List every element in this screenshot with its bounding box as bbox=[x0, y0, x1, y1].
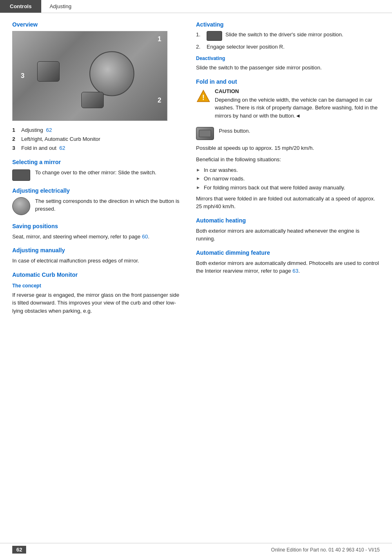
switch-icon bbox=[12, 169, 30, 181]
graphic-label-2: 2 bbox=[158, 97, 161, 104]
auto-dimming-text-before: Both exterior mirrors are automatically … bbox=[196, 260, 379, 274]
bullet-text-2: On narrow roads. bbox=[204, 175, 245, 182]
item-number-3: 3 bbox=[12, 145, 19, 152]
item-number-1: 1 bbox=[12, 127, 19, 134]
ordered-item-2: 2. Engage selector lever position R. bbox=[196, 43, 380, 51]
link-60[interactable]: 60 bbox=[142, 234, 148, 240]
bullet-arrow-icon: ► bbox=[196, 185, 200, 191]
list-item: ► On narrow roads. bbox=[196, 175, 380, 182]
auto-dimming-text: Both exterior mirrors are automatically … bbox=[196, 259, 380, 275]
graphic-label-1: 1 bbox=[158, 36, 161, 43]
right-column: Activating 1. Slide the switch to the dr… bbox=[196, 21, 380, 318]
page-number: 62 bbox=[12, 546, 26, 554]
auto-heating-title: Automatic heating bbox=[196, 217, 380, 224]
deactivating-title: Deactivating bbox=[196, 56, 380, 61]
adjusting-manually-title: Adjusting manually bbox=[12, 247, 184, 254]
saving-positions-text-before: Seat, mirror, and steering wheel memory,… bbox=[12, 234, 142, 240]
selecting-mirror-text: To change over to the other mirror: Slid… bbox=[35, 169, 156, 177]
step1-switch-icon bbox=[207, 31, 222, 41]
overview-image: 1 2 3 bbox=[12, 31, 167, 121]
press-button-text: Press button. bbox=[219, 127, 250, 135]
deactivating-text: Slide the switch to the passenger side m… bbox=[196, 64, 380, 72]
left-button-graphic bbox=[37, 61, 60, 82]
step1-text: Slide the switch to the driver's side mi… bbox=[225, 31, 343, 38]
auto-dimming-title: Automatic dimming feature bbox=[196, 249, 380, 256]
overview-numbered-list: 1 Adjusting 62 2 Left/right, Automatic C… bbox=[12, 127, 184, 152]
adjusting-manually-text: In case of electrical malfunction press … bbox=[12, 257, 184, 265]
item-text-3: Fold in and out 62 bbox=[21, 145, 65, 152]
speeds-text: Possible at speeds up to approx. 15 mph/… bbox=[196, 144, 380, 152]
caution-triangle-icon: ! bbox=[196, 89, 211, 104]
overview-title: Overview bbox=[12, 21, 184, 28]
beneficial-text: Beneficial in the following situations: bbox=[196, 156, 380, 164]
the-concept-text: If reverse gear is engaged, the mirror g… bbox=[12, 291, 184, 315]
caution-box: ! CAUTION Depending on the vehicle width… bbox=[196, 88, 380, 123]
item-number-2: 2 bbox=[12, 136, 19, 143]
item-text-1: Adjusting 62 bbox=[21, 127, 52, 134]
fold-title: Fold in and out bbox=[196, 78, 380, 85]
list-item: 2 Left/right, Automatic Curb Monitor bbox=[12, 136, 184, 143]
step-num-2: 2. bbox=[196, 43, 203, 51]
automatic-curb-title: Automatic Curb Monitor bbox=[12, 271, 184, 278]
activating-steps: 1. Slide the switch to the driver's side… bbox=[196, 31, 380, 51]
bullet-arrow-icon: ► bbox=[196, 176, 200, 182]
bullet-text-3: For folding mirrors back out that were f… bbox=[204, 184, 345, 191]
fold-button-icon bbox=[196, 127, 214, 140]
caution-title: CAUTION bbox=[215, 88, 380, 94]
header-adjusting-tab: Adjusting bbox=[41, 0, 79, 13]
joystick-icon bbox=[12, 197, 30, 215]
adjusting-electrically-text: The setting corresponds to the direction… bbox=[35, 197, 184, 213]
header-controls-tab: Controls bbox=[0, 0, 41, 13]
activating-title: Activating bbox=[196, 21, 380, 28]
bullet-list: ► In car washes. ► On narrow roads. ► Fo… bbox=[196, 167, 380, 191]
step-content-1: Slide the switch to the driver's side mi… bbox=[207, 31, 343, 41]
auto-dimming-text-after: . bbox=[298, 268, 300, 274]
saving-positions-title: Saving positions bbox=[12, 223, 184, 229]
list-item: ► For folding mirrors back out that were… bbox=[196, 184, 380, 191]
auto-heating-text: Both exterior mirrors are automatically … bbox=[196, 227, 380, 243]
footer-online-text: Online Edition for Part no. 01 40 2 963 … bbox=[271, 547, 380, 553]
page-header: Controls Adjusting bbox=[0, 0, 392, 13]
link-62-fold[interactable]: 62 bbox=[59, 145, 65, 151]
svg-text:!: ! bbox=[202, 93, 205, 102]
adjusting-electrically-row: The setting corresponds to the direction… bbox=[12, 197, 184, 216]
item-text-2: Left/right, Automatic Curb Monitor bbox=[21, 136, 100, 143]
fold-button-inner bbox=[199, 130, 211, 137]
bullet-arrow-icon: ► bbox=[196, 167, 200, 174]
joystick-circle-graphic bbox=[89, 51, 134, 96]
the-concept-title: The concept bbox=[12, 283, 184, 289]
selecting-mirror-row: To change over to the other mirror: Slid… bbox=[12, 169, 184, 181]
saving-positions-text: Seat, mirror, and steering wheel memory,… bbox=[12, 233, 184, 241]
folded-text: Mirrors that were folded in are folded o… bbox=[196, 195, 380, 211]
selecting-mirror-title: Selecting a mirror bbox=[12, 159, 184, 165]
press-button-row: Press button. bbox=[196, 127, 380, 140]
adjusting-label: Adjusting bbox=[49, 3, 71, 9]
step2-text: Engage selector lever position R. bbox=[207, 43, 285, 51]
bottom-button-graphic bbox=[81, 92, 104, 108]
caution-text-block: CAUTION Depending on the vehicle width, … bbox=[215, 88, 380, 123]
saving-positions-text-after: . bbox=[148, 234, 149, 240]
page-footer: 62 Online Edition for Part no. 01 40 2 9… bbox=[0, 543, 392, 556]
main-content: Overview 1 2 3 1 Adjusting 62 2 Left/rig… bbox=[0, 13, 392, 326]
caution-body: Depending on the vehicle width, the vehi… bbox=[215, 96, 380, 120]
list-item: 1 Adjusting 62 bbox=[12, 127, 184, 134]
ordered-item-1: 1. Slide the switch to the driver's side… bbox=[196, 31, 380, 41]
graphic-label-3: 3 bbox=[21, 72, 24, 80]
step-num-1: 1. bbox=[196, 31, 203, 41]
adjusting-electrically-title: Adjusting electrically bbox=[12, 187, 184, 194]
mirror-controls-graphic: 1 2 3 bbox=[13, 31, 167, 120]
link-62-adjusting[interactable]: 62 bbox=[46, 127, 52, 133]
link-63[interactable]: 63 bbox=[292, 268, 298, 274]
bullet-text-1: In car washes. bbox=[204, 167, 238, 174]
left-column: Overview 1 2 3 1 Adjusting 62 2 Left/rig… bbox=[12, 21, 184, 318]
controls-label: Controls bbox=[10, 3, 31, 9]
list-item: ► In car washes. bbox=[196, 167, 380, 174]
list-item: 3 Fold in and out 62 bbox=[12, 145, 184, 152]
